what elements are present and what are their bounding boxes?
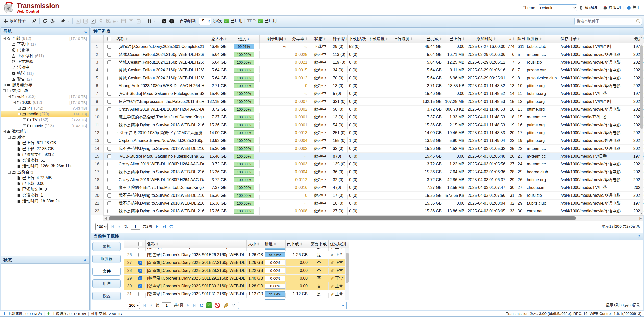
sidebar-item-session-active-time[interactable]: 活动时间: 1h 28m 2s bbox=[1, 198, 89, 204]
pause-button[interactable] bbox=[82, 19, 89, 24]
start-button[interactable] bbox=[74, 19, 82, 24]
torrent-row[interactable]: 10魔王学院的不适合者.The.Misfit.of.Demon.King.Aca… bbox=[91, 113, 644, 121]
torrent-row[interactable]: 7[VCB-Studio] Maou Gakuin no Futekigoush… bbox=[91, 90, 644, 98]
column-header-status[interactable]: 状态▲▼ bbox=[309, 35, 331, 43]
sidebar-item-total-files-added[interactable]: 已添加文件: 9212 bbox=[1, 152, 89, 158]
file-checkbox[interactable]: ✓ bbox=[138, 276, 142, 280]
row-checkbox[interactable] bbox=[107, 100, 111, 104]
set-priority-button[interactable] bbox=[223, 302, 229, 308]
auto-refresh-enabled-checkbox[interactable]: ✓ bbox=[224, 19, 229, 23]
page-size-select[interactable]: 200 bbox=[95, 223, 108, 230]
column-header-dls[interactable]: 下载|活跃 bbox=[348, 35, 366, 43]
file-row[interactable]: 27✓[朝雪录].Coroner's.Diary.2025.S01E27.216… bbox=[124, 259, 349, 267]
torrent-row[interactable]: 22我不是药神.Dying.to.Survive.2018.WEB-DL.216… bbox=[91, 207, 644, 215]
file-vertical-scrollbar[interactable] bbox=[345, 248, 349, 300]
file-row[interactable]: 29✓[朝雪录].Coroner's.Diary.2025.S01E29.216… bbox=[124, 275, 349, 282]
file-scroll-thumb[interactable] bbox=[346, 253, 349, 283]
file-row[interactable]: 32[朝雪录].Coroner's.Diary.2025.S01E32.2160… bbox=[124, 298, 349, 300]
announce-button[interactable] bbox=[112, 19, 120, 24]
sidebar-item-total-downloaded[interactable]: 已下载: 27.85 GB bbox=[1, 146, 89, 152]
sidebar-item-active[interactable]: 活动中 bbox=[1, 65, 89, 70]
torrent-row[interactable]: 19魔王学院的不适合者.The.Misfit.of.Demon.King.Aca… bbox=[91, 184, 644, 192]
sidebar-item-warning[interactable]: 警告(2) bbox=[1, 76, 89, 82]
torrent-horizontal-scrollbar[interactable]: ◀ ▶ bbox=[103, 215, 643, 221]
tree-expander-icon[interactable]: − bbox=[3, 37, 6, 40]
file-column-header[interactable]: 已下载▲▼ bbox=[286, 240, 309, 248]
last-page-button[interactable] bbox=[162, 224, 166, 229]
tab-peers[interactable]: 用户 bbox=[92, 279, 121, 288]
queue-move-button[interactable] bbox=[127, 19, 135, 24]
vertical-scroll-thumb[interactable] bbox=[640, 45, 643, 129]
torrent-row[interactable]: 13Captain.America.Brave.New.World.2025.2… bbox=[91, 137, 644, 145]
tree-expander-icon[interactable]: − bbox=[18, 113, 21, 115]
column-header-added[interactable]: 添加时间▲▼ bbox=[466, 35, 506, 43]
torrent-row[interactable]: 8后宫甄嬛传.Empresses.in.the.Palace.2011.BluR… bbox=[91, 98, 644, 106]
torrent-row[interactable]: 17我不是药神.Dying.to.Survive.2018.WEB-DL.216… bbox=[91, 168, 644, 176]
file-next-page-button[interactable] bbox=[186, 303, 190, 308]
auto-refresh-stepper[interactable]: ▲▼ bbox=[199, 18, 211, 25]
tab-files[interactable]: 文件 bbox=[92, 267, 121, 276]
file-column-header[interactable]: 进度▲▼ bbox=[263, 240, 286, 248]
torrent-row[interactable]: 21我不是药神.Dying.to.Survive.2018.WEB-DL.216… bbox=[91, 200, 644, 207]
scroll-down-icon[interactable]: ▼ bbox=[640, 212, 643, 215]
filter-icon[interactable] bbox=[231, 303, 236, 308]
status-collapse-icon[interactable] bbox=[83, 258, 87, 262]
sidebar-item-paused[interactable]: 已暂停 bbox=[1, 47, 89, 53]
column-header-tracker[interactable]: 服务器▲▼ bbox=[525, 35, 559, 43]
column-header-up[interactable]: 已上传▲▼ bbox=[443, 35, 466, 43]
sidebar-item-dir-1000[interactable]: −1000(612)[17.10 TB] bbox=[1, 100, 89, 105]
set-location-button[interactable] bbox=[135, 19, 142, 24]
file-checkbox[interactable]: ✓ bbox=[138, 269, 142, 273]
first-page-button[interactable] bbox=[110, 224, 115, 229]
sidebar-item-downloading[interactable]: 下载中(1) bbox=[1, 41, 89, 47]
page-number-input[interactable] bbox=[131, 224, 140, 230]
tree-expander-icon[interactable]: − bbox=[8, 171, 11, 174]
sidebar-item-stats[interactable]: −数据统计 bbox=[1, 129, 89, 134]
row-checkbox[interactable] bbox=[107, 147, 111, 151]
torrent-vertical-scrollbar[interactable]: ▲ ▼ bbox=[640, 35, 643, 215]
file-row[interactable]: 26[朝雪录].Coroner's.Diary.2025.S01E26.2160… bbox=[124, 251, 349, 259]
file-page-number-input[interactable] bbox=[162, 302, 171, 308]
horizontal-scroll-thumb[interactable] bbox=[109, 216, 576, 220]
sidebar-item-all[interactable]: −全部(612)[17.10 TB] bbox=[1, 36, 89, 41]
auto-refresh-spin-buttons[interactable]: ▲▼ bbox=[207, 19, 211, 23]
column-header-done[interactable]: 已完成▲▼ bbox=[414, 35, 443, 43]
file-refresh-button[interactable] bbox=[199, 303, 204, 308]
add-torrent-button[interactable]: 添加种子 bbox=[2, 18, 27, 24]
tree-expander-icon[interactable]: + bbox=[23, 124, 26, 127]
row-checkbox[interactable] bbox=[107, 178, 111, 182]
rename-button[interactable] bbox=[89, 19, 97, 24]
settings-button[interactable] bbox=[49, 19, 56, 24]
file-column-header[interactable]: 需要下载▲▼ bbox=[309, 240, 329, 248]
row-checkbox[interactable] bbox=[107, 209, 111, 213]
file-checkbox[interactable]: ✓ bbox=[138, 261, 142, 265]
column-header-seeds[interactable]: 种子|活跃 bbox=[331, 35, 348, 43]
remove-button[interactable] bbox=[97, 19, 105, 24]
auto-refresh-input[interactable] bbox=[199, 19, 207, 24]
torrent-row[interactable]: 12让子弹飞.2010.1080p.简繁中字£CMCT风潇潇14.00 GB10… bbox=[91, 129, 644, 137]
row-checkbox[interactable] bbox=[107, 131, 111, 135]
select-all-files-button[interactable]: ✓ bbox=[206, 302, 212, 308]
torrent-row[interactable]: 18Crazy Alien 2019 WEB-DL 1080P H264 AAC… bbox=[91, 176, 644, 184]
tree-expander-icon[interactable]: − bbox=[3, 130, 6, 133]
torrent-row[interactable]: 3焚城.Cesium.Fallout.2024.2160p.WEB-DL.H26… bbox=[91, 59, 644, 66]
tree-expander-icon[interactable]: − bbox=[8, 136, 11, 139]
row-checkbox[interactable] bbox=[107, 92, 111, 96]
sidebar-item-stats-session[interactable]: −当前会话 bbox=[1, 169, 89, 175]
torrent-row[interactable]: 11我不是药神.Dying.to.Survive.2018.WEB-DL.216… bbox=[91, 121, 644, 129]
row-checkbox[interactable] bbox=[107, 186, 111, 190]
file-row[interactable]: 25[朝雪录].Coroner's.Diary.2025.S01E25.2160… bbox=[124, 248, 349, 251]
row-checkbox[interactable] bbox=[107, 170, 111, 174]
column-header-ratio[interactable]: 分享率▲▼ bbox=[288, 35, 309, 43]
file-column-header[interactable]: 名称▲▼ bbox=[146, 240, 247, 248]
properties-collapse-icon[interactable] bbox=[637, 235, 641, 238]
sidebar-item-session-sessions[interactable]: 会话次数: 1 bbox=[1, 192, 89, 198]
file-checkbox[interactable] bbox=[138, 292, 142, 296]
reload-session-button[interactable] bbox=[41, 19, 49, 24]
torrent-row[interactable]: 5焚城.Cesium.Fallout.2024.2160p.WEB-DL.H26… bbox=[91, 74, 644, 82]
torrent-row[interactable]: 1[朝雪录].Coroner's.Diary.2025.S01.Complete… bbox=[91, 43, 644, 51]
search-input[interactable] bbox=[574, 18, 642, 25]
sidebar-item-total-uploaded[interactable]: 已上传: 671.28 GB bbox=[1, 140, 89, 146]
sidebar-item-dir-pt[interactable]: +PT(342)[7.43 TB] bbox=[1, 105, 89, 111]
column-header-id[interactable]: #▲▼ bbox=[506, 35, 516, 43]
